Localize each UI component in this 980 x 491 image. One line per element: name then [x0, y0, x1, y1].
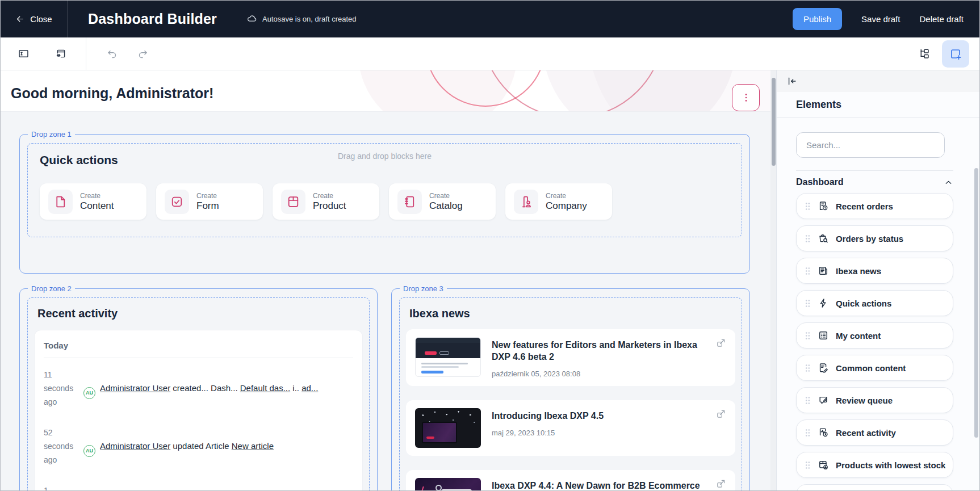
- activity-description: [83, 484, 353, 490]
- decorative-ring: [425, 70, 546, 107]
- activity-link[interactable]: Administrator User: [100, 383, 170, 393]
- content-edit-icon: [818, 362, 829, 374]
- icon-tile: [397, 190, 422, 214]
- greeting-band: Good morning, Administrator!: [1, 70, 770, 112]
- undo-icon: [106, 48, 118, 60]
- orders-search-icon: [818, 233, 829, 244]
- news-title: New features for Editors and Marketers i…: [492, 339, 726, 363]
- activity-timestamp: 52 seconds ago: [44, 426, 78, 467]
- toggle-left-panel-button[interactable]: [13, 44, 33, 64]
- news-title: Introducing Ibexa DXP 4.5: [492, 410, 627, 422]
- element-item-quick-actions[interactable]: Quick actions: [796, 290, 953, 316]
- element-item-label: Orders by status: [836, 234, 903, 244]
- news-item[interactable]: New features for Editors and Marketers i…: [406, 329, 735, 386]
- news-item[interactable]: Ibexa DXP 4.4: A New Dawn for B2B Ecomme…: [406, 470, 735, 490]
- activity-item: 11 seconds ago AUAdministrator User crea…: [44, 368, 353, 409]
- close-button[interactable]: Close: [1, 1, 68, 37]
- news-thumbnail-purple-illustration: [415, 478, 481, 490]
- activity-link[interactable]: Administrator User: [100, 441, 170, 451]
- review-bubble-icon: [818, 395, 829, 406]
- activity-item: 52 seconds ago AUAdministrator User upda…: [44, 426, 353, 467]
- create-product-card[interactable]: CreateProduct: [273, 183, 379, 220]
- element-item-label: Recent orders: [836, 202, 893, 211]
- section-dashboard[interactable]: Dashboard: [796, 177, 953, 187]
- element-item-common-content[interactable]: Common content: [796, 355, 953, 381]
- block-title: Recent activity: [37, 307, 369, 320]
- divider: [796, 170, 953, 171]
- drag-handle-icon[interactable]: [805, 396, 811, 405]
- drop-zone-2[interactable]: Drop zone 2 Recent activity Today 11 sec…: [19, 288, 378, 490]
- panel-resize-icon: [55, 48, 67, 60]
- chevron-up-icon[interactable]: [944, 178, 953, 187]
- lightning-icon: [818, 297, 829, 309]
- block-title: Quick actions: [40, 153, 742, 167]
- drag-handle-icon[interactable]: [805, 266, 811, 276]
- news-item[interactable]: Introducing Ibexa DXP 4.5 maj 29, 2023 1…: [406, 400, 735, 456]
- drag-handle-icon[interactable]: [805, 234, 811, 244]
- element-item-label: Recent activity: [836, 428, 896, 438]
- redo-button[interactable]: [132, 44, 153, 64]
- ibexa-news-block[interactable]: Ibexa news New features for Editors and …: [399, 297, 742, 490]
- element-item-label: Common content: [836, 363, 906, 373]
- create-catalog-card[interactable]: CreateCatalog: [389, 183, 496, 220]
- switch-layout-button[interactable]: [51, 44, 71, 64]
- external-link-icon[interactable]: [716, 338, 726, 348]
- drag-handle-icon[interactable]: [805, 363, 811, 373]
- recent-activity-block[interactable]: Recent activity Today 11 seconds ago AUA…: [27, 297, 370, 490]
- element-item-label: My content: [836, 331, 881, 341]
- undo-button[interactable]: [102, 44, 122, 64]
- element-item-recent-orders[interactable]: Recent orders: [796, 193, 953, 219]
- create-content-card[interactable]: CreateContent: [40, 183, 146, 220]
- save-draft-button[interactable]: Save draft: [861, 14, 900, 24]
- builder-toolbar: [1, 37, 979, 70]
- create-form-card[interactable]: CreateForm: [156, 183, 263, 220]
- create-company-card[interactable]: CreateCompany: [505, 183, 612, 220]
- redo-icon: [137, 48, 149, 60]
- news-date: październik 05, 2023 08:08: [492, 370, 726, 378]
- element-item-recent-activity[interactable]: Recent activity: [796, 419, 953, 446]
- activity-group-label: Today: [44, 341, 353, 350]
- collapse-panel-icon[interactable]: [786, 75, 798, 87]
- element-item-ibexa-news[interactable]: Ibexa news: [796, 258, 953, 284]
- element-item-products-with-lowest-stock[interactable]: Products with lowest stock: [796, 452, 953, 478]
- drag-handle-icon[interactable]: [805, 428, 811, 438]
- delete-draft-button[interactable]: Delete draft: [919, 14, 964, 24]
- page-options-button[interactable]: [732, 84, 760, 111]
- search-input[interactable]: [796, 132, 945, 158]
- quick-actions-block[interactable]: Quick actions CreateContent CreateForm C…: [27, 143, 742, 237]
- element-item-partial[interactable]: [796, 484, 953, 490]
- drop-zone-label: Drop zone 3: [400, 284, 447, 293]
- drop-zone-3[interactable]: Drop zone 3 Ibexa news New features for …: [391, 288, 750, 490]
- drop-zone-1[interactable]: Drop zone 1 Quick actions CreateContent …: [19, 134, 750, 274]
- publish-button[interactable]: Publish: [793, 8, 842, 30]
- activity-link[interactable]: New article: [232, 441, 274, 451]
- section-label: Dashboard: [796, 177, 844, 187]
- external-link-icon[interactable]: [716, 409, 726, 419]
- add-block-button[interactable]: [942, 40, 969, 68]
- catalog-binder-icon: [403, 195, 417, 209]
- element-item-orders-by-status[interactable]: Orders by status: [796, 225, 953, 251]
- builder-canvas: Good morning, Administrator! Drop zone 1…: [1, 70, 770, 490]
- drag-handle-icon[interactable]: [805, 460, 811, 470]
- element-item-review-queue[interactable]: Review queue: [796, 387, 953, 413]
- kebab-menu-icon: [740, 92, 752, 103]
- product-box-icon: [286, 195, 300, 209]
- icon-tile: [281, 190, 305, 214]
- create-item-label: Form: [196, 200, 219, 212]
- main-scrollbar-thumb[interactable]: [772, 78, 776, 166]
- panel-scrollbar-thumb[interactable]: [974, 168, 978, 438]
- drag-handle-icon[interactable]: [805, 299, 811, 308]
- activity-link[interactable]: ad...: [301, 383, 318, 393]
- element-item-label: Products with lowest stock: [836, 460, 945, 470]
- close-label: Close: [30, 14, 52, 24]
- create-item-label: Content: [80, 200, 114, 212]
- page-title: Dashboard Builder: [88, 11, 217, 27]
- main-scrollbar[interactable]: [770, 70, 776, 490]
- structure-view-button[interactable]: [914, 44, 934, 64]
- drag-handle-icon[interactable]: [805, 202, 811, 211]
- activity-link[interactable]: Default das...: [240, 383, 290, 393]
- external-link-icon[interactable]: [716, 479, 726, 489]
- activity-clock-icon: [818, 427, 829, 438]
- drag-handle-icon[interactable]: [805, 331, 811, 341]
- element-item-my-content[interactable]: My content: [796, 322, 953, 349]
